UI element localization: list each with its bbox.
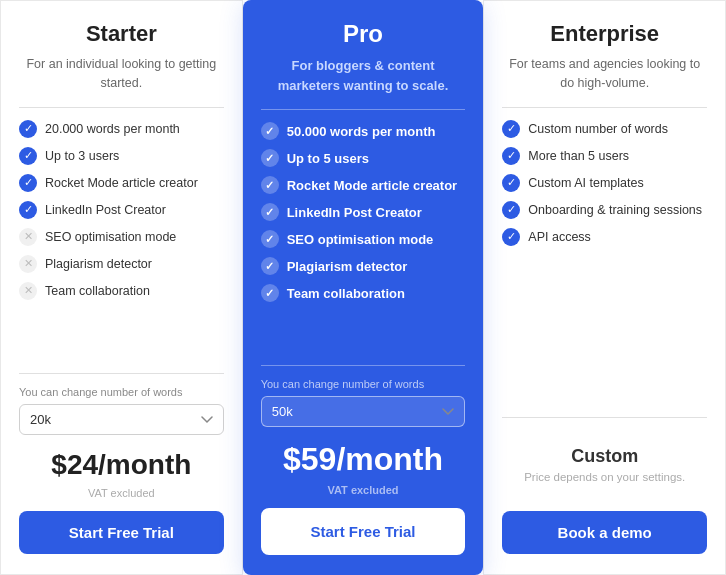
feature-text: Onboarding & training sessions — [528, 203, 702, 217]
feature-text: Rocket Mode article creator — [45, 176, 198, 190]
pro-features: ✓50.000 words per month✓Up to 5 users✓Ro… — [261, 122, 466, 351]
feature-text: More than 5 users — [528, 149, 629, 163]
starter-words-label: You can change number of words — [19, 386, 224, 398]
x-icon: ✕ — [19, 282, 37, 300]
check-icon: ✓ — [261, 149, 279, 167]
check-icon: ✓ — [502, 120, 520, 138]
list-item: ✓50.000 words per month — [261, 122, 466, 140]
list-item: ✓Custom number of words — [502, 120, 707, 138]
pro-plan: Pro For bloggers & content marketers wan… — [243, 0, 484, 575]
starter-vat: VAT excluded — [19, 487, 224, 499]
list-item: ✓Team collaboration — [261, 284, 466, 302]
x-icon: ✕ — [19, 255, 37, 273]
list-item: ✕SEO optimisation mode — [19, 228, 224, 246]
check-icon: ✓ — [261, 230, 279, 248]
check-icon: ✓ — [502, 147, 520, 165]
pro-divider — [261, 109, 466, 110]
feature-text: Plagiarism detector — [45, 257, 152, 271]
pro-vat: VAT excluded — [261, 484, 466, 496]
starter-title: Starter — [19, 21, 224, 47]
check-icon: ✓ — [502, 228, 520, 246]
list-item: ✓Onboarding & training sessions — [502, 201, 707, 219]
feature-text: Up to 3 users — [45, 149, 119, 163]
list-item: ✓Up to 5 users — [261, 149, 466, 167]
starter-price-container: $24/month — [19, 449, 224, 481]
feature-text: Team collaboration — [287, 286, 405, 301]
pro-price-container: $59/month — [261, 441, 466, 478]
feature-text: Plagiarism detector — [287, 259, 408, 274]
starter-subtitle: For an individual looking to getting sta… — [19, 55, 224, 93]
x-icon: ✕ — [19, 228, 37, 246]
check-icon: ✓ — [261, 203, 279, 221]
list-item: ✓API access — [502, 228, 707, 246]
enterprise-divider2 — [502, 417, 707, 418]
list-item: ✕Team collaboration — [19, 282, 224, 300]
list-item: ✓Rocket Mode article creator — [19, 174, 224, 192]
starter-cta-button[interactable]: Start Free Trial — [19, 511, 224, 554]
check-icon: ✓ — [261, 122, 279, 140]
feature-text: API access — [528, 230, 591, 244]
feature-text: 50.000 words per month — [287, 124, 436, 139]
check-icon: ✓ — [19, 147, 37, 165]
list-item: ✓Rocket Mode article creator — [261, 176, 466, 194]
enterprise-plan: Enterprise For teams and agencies lookin… — [483, 0, 726, 575]
feature-text: Up to 5 users — [287, 151, 369, 166]
feature-text: Custom AI templates — [528, 176, 643, 190]
feature-text: 20.000 words per month — [45, 122, 180, 136]
pro-words-label: You can change number of words — [261, 378, 466, 390]
list-item: ✓Plagiarism detector — [261, 257, 466, 275]
list-item: ✓More than 5 users — [502, 147, 707, 165]
check-icon: ✓ — [19, 174, 37, 192]
check-icon: ✓ — [261, 176, 279, 194]
enterprise-custom: Custom Price depends on your settings. — [502, 430, 707, 493]
list-item: ✕Plagiarism detector — [19, 255, 224, 273]
enterprise-title: Enterprise — [502, 21, 707, 47]
pro-cta-button[interactable]: Start Free Trial — [261, 508, 466, 555]
list-item: ✓20.000 words per month — [19, 120, 224, 138]
check-icon: ✓ — [261, 257, 279, 275]
feature-text: LinkedIn Post Creator — [45, 203, 166, 217]
enterprise-subtitle: For teams and agencies looking to do hig… — [502, 55, 707, 93]
check-icon: ✓ — [502, 201, 520, 219]
starter-price: $24/month — [19, 449, 224, 481]
pro-title: Pro — [261, 20, 466, 48]
enterprise-custom-sub: Price depends on your settings. — [502, 471, 707, 483]
list-item: ✓LinkedIn Post Creator — [19, 201, 224, 219]
enterprise-cta-button[interactable]: Book a demo — [502, 511, 707, 554]
pro-divider2 — [261, 365, 466, 366]
pro-words-select[interactable]: 20k 30k 40k 50k 60k — [261, 396, 466, 427]
pricing-container: Starter For an individual looking to get… — [0, 0, 726, 575]
check-icon: ✓ — [502, 174, 520, 192]
enterprise-features: ✓Custom number of words✓More than 5 user… — [502, 120, 707, 404]
starter-divider — [19, 107, 224, 108]
list-item: ✓Custom AI templates — [502, 174, 707, 192]
feature-text: Rocket Mode article creator — [287, 178, 458, 193]
feature-text: SEO optimisation mode — [287, 232, 434, 247]
list-item: ✓Up to 3 users — [19, 147, 224, 165]
feature-text: LinkedIn Post Creator — [287, 205, 422, 220]
check-icon: ✓ — [19, 120, 37, 138]
check-icon: ✓ — [19, 201, 37, 219]
list-item: ✓LinkedIn Post Creator — [261, 203, 466, 221]
pro-subtitle: For bloggers & content marketers wanting… — [261, 56, 466, 95]
starter-plan: Starter For an individual looking to get… — [0, 0, 243, 575]
enterprise-divider — [502, 107, 707, 108]
feature-text: Custom number of words — [528, 122, 668, 136]
pro-price: $59/month — [261, 441, 466, 478]
list-item: ✓SEO optimisation mode — [261, 230, 466, 248]
starter-features: ✓20.000 words per month✓Up to 3 users✓Ro… — [19, 120, 224, 360]
feature-text: SEO optimisation mode — [45, 230, 176, 244]
check-icon: ✓ — [261, 284, 279, 302]
starter-divider2 — [19, 373, 224, 374]
feature-text: Team collaboration — [45, 284, 150, 298]
starter-words-select[interactable]: 20k 30k 40k 50k — [19, 404, 224, 435]
enterprise-custom-title: Custom — [502, 446, 707, 467]
